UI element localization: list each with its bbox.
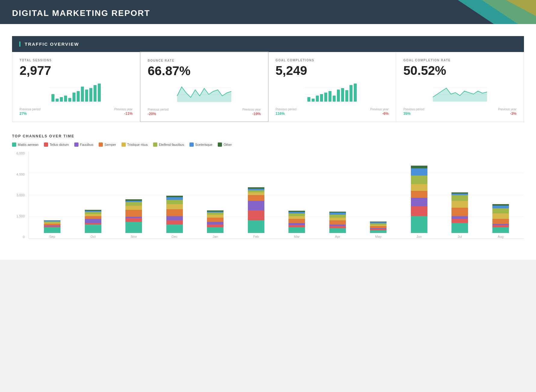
bar-xlabel: Oct [91,235,96,238]
legend-label: Faucibus [80,143,94,146]
legend-label: Semper [104,143,116,146]
svg-rect-29 [341,88,344,102]
metric-chart [403,81,516,105]
prev-period-change: 27% [20,112,27,116]
channels-title: TOP CHANNELS OVER TIME [12,134,524,138]
stacked-bar [451,192,468,233]
metric-footer: Previous period 116% Previous year -6% [276,108,389,116]
svg-rect-12 [81,87,84,102]
bar-segment [411,216,427,233]
bar-segment [125,206,142,210]
bar-segment [166,216,183,220]
y-axis-label: 3,000 [12,193,27,197]
prev-period-label: Previous period [20,108,40,111]
bar-segment [125,202,142,206]
bar-group: Jul [441,192,479,238]
bar-segment [85,225,101,233]
svg-rect-25 [324,93,327,102]
traffic-overview-section: TRAFFIC OVERVIEW TOTAL SESSIONS 2,977 Pr… [12,36,524,122]
prev-year: Previous year -19% [242,108,261,116]
svg-rect-8 [64,96,67,102]
legend-label: Tellus dictum [50,143,69,146]
bar-chart-container: 01,5003,0004,5006,000 SepOctNovDecJanFeb… [12,152,524,248]
prev-period: Previous period 35% [403,108,424,116]
prev-year-change: -3% [510,112,516,116]
bar-segment [166,225,183,233]
prev-period-label: Previous period [276,108,296,111]
bar-group: Aug [482,204,519,238]
bar-segment [288,225,305,227]
legend-color-swatch [74,142,79,147]
bar-segment [329,228,346,233]
stacked-bar [288,211,305,233]
svg-rect-14 [89,88,92,102]
bar-segment [492,227,509,233]
bar-segment [85,214,101,216]
bar-segment [492,225,509,227]
section-title: TRAFFIC OVERVIEW [19,41,517,47]
bar-segment [207,213,223,215]
prev-year: Previous year -6% [370,108,389,116]
bar-segment [248,201,264,211]
svg-rect-26 [328,91,331,102]
bars-row: SepOctNovDecJanFebMarAprMayJunJulAug [29,152,524,238]
bar-xlabel: Jul [458,235,462,238]
bar-segment [125,210,142,217]
bar-segment [288,213,305,216]
legend-item: Tellus dictum [44,142,69,147]
bar-segment [166,204,183,209]
legend-item: Mattis aenean [12,142,39,147]
svg-rect-15 [94,85,97,102]
bar-segment [248,192,264,195]
svg-rect-21 [307,97,310,102]
svg-rect-16 [98,84,101,102]
legend-item: Tristique risus [122,142,148,147]
svg-rect-32 [354,84,357,102]
metric-value: 5,249 [276,64,389,77]
legend-color-swatch [218,142,222,147]
bar-segment [329,226,346,228]
prev-year: Previous year -11% [114,108,133,116]
metric-label: TOTAL SESSIONS [20,59,133,62]
y-axis-label: 6,000 [12,152,27,155]
metric-label: GOAL COMPLETION RATE [403,59,516,62]
bar-segment [288,227,305,233]
legend-label: Mattis aenean [18,143,39,146]
prev-period: Previous period -20% [148,108,168,116]
bar-segment [288,216,305,219]
bar-group: Jun [401,166,438,238]
stacked-bar [370,222,387,233]
bar-segment [166,220,183,225]
bar-segment [451,216,468,219]
bar-segment [248,190,264,192]
bar-segment [207,222,223,225]
channels-legend: Mattis aenean Tellus dictum Faucibus Sem… [12,142,524,147]
metrics-row: TOTAL SESSIONS 2,977 Previous period 27%… [12,52,524,122]
bar-segment [492,213,509,219]
mini-bar-chart-icon [20,81,133,102]
svg-rect-5 [51,94,54,102]
prev-year-label: Previous year [114,108,133,111]
bar-segment [451,223,468,233]
legend-label: Other [223,143,232,146]
svg-rect-31 [350,85,353,102]
mini-area-chart-icon [403,81,516,102]
bar-segment [411,198,427,206]
metric-card-goal-completions: GOAL COMPLETIONS 5,249 Previous period 1… [268,52,396,122]
svg-rect-22 [312,99,315,102]
prev-year: Previous year -3% [498,108,516,116]
bar-segment [492,219,509,224]
prev-year-change: -11% [124,112,133,116]
bar-segment [207,225,223,227]
bar-segment [329,220,346,225]
metric-footer: Previous period 27% Previous year -11% [20,108,133,116]
stacked-bar [492,204,509,233]
prev-period-label: Previous period [148,108,168,111]
legend-item: Other [218,142,232,147]
bar-segment [125,218,142,222]
bar-group: Apr [319,212,356,238]
bar-group: Sep [34,220,71,238]
metric-card-bounce-rate: BOUNCE RATE 66.87% Previous period -20% … [140,52,269,122]
bar-segment [125,222,142,233]
page-title: DIGITAL MARKETING REPORT [12,8,524,18]
